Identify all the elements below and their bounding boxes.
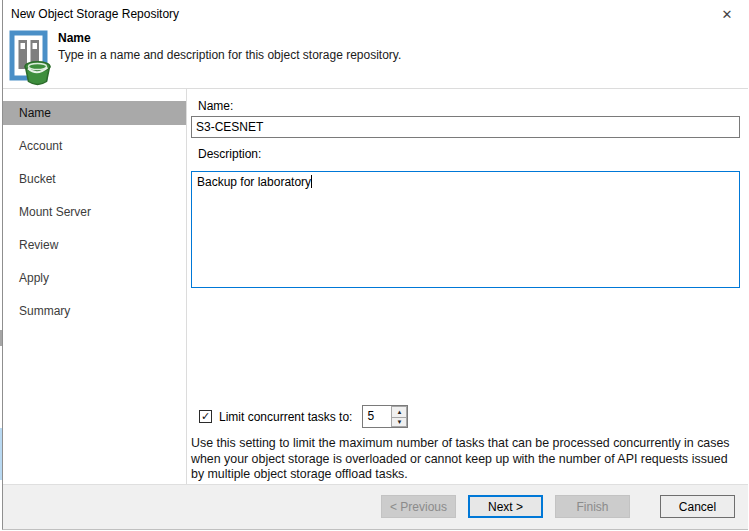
window-title: New Object Storage Repository [11,7,179,21]
spinner-up-button[interactable]: ▲ [391,406,407,417]
wizard-steps-sidebar: Name Account Bucket Mount Server Review … [3,89,187,484]
close-button[interactable]: ✕ [706,0,748,28]
sidebar-item-apply[interactable]: Apply [3,266,186,290]
cancel-button[interactable]: Cancel [660,495,735,518]
spinner-down-button[interactable]: ▼ [391,417,407,428]
limit-concurrent-tasks-label: Limit concurrent tasks to: [219,410,352,424]
limit-concurrent-tasks-checkbox[interactable]: ✓ [199,410,212,423]
description-field-label: Description: [198,147,740,161]
finish-button: Finish [555,495,630,518]
title-bar: New Object Storage Repository ✕ [3,0,748,28]
sidebar-item-name[interactable]: Name [3,101,186,125]
text-caret [311,175,312,188]
sidebar-item-account[interactable]: Account [3,134,186,158]
object-storage-repository-icon [9,30,53,86]
close-icon: ✕ [722,7,733,22]
sidebar-item-mount-server[interactable]: Mount Server [3,200,186,224]
limit-concurrent-tasks-row: ✓ Limit concurrent tasks to: 5 ▲ ▼ [191,405,740,428]
sidebar-item-bucket[interactable]: Bucket [3,167,186,191]
limit-help-text: Use this setting to limit the maximum nu… [191,436,740,483]
new-object-storage-repository-dialog: New Object Storage Repository ✕ Name Typ… [2,0,748,530]
name-input[interactable] [191,116,740,138]
wizard-footer: < Previous Next > Finish Cancel [3,484,748,529]
step-content: Name: Description: Backup for laboratory… [187,89,748,484]
spinner-buttons: ▲ ▼ [390,406,407,427]
name-field-label: Name: [198,99,740,113]
concurrent-tasks-spinner[interactable]: 5 ▲ ▼ [362,405,408,428]
chevron-up-icon: ▲ [396,409,402,415]
wizard-body: Name Account Bucket Mount Server Review … [3,89,748,484]
chevron-down-icon: ▼ [396,419,402,425]
next-button[interactable]: Next > [468,495,543,518]
sidebar-item-summary[interactable]: Summary [3,299,186,323]
sidebar-item-review[interactable]: Review [3,233,186,257]
concurrent-tasks-value[interactable]: 5 [363,406,390,427]
description-textarea[interactable]: Backup for laboratory [191,171,740,288]
step-description: Type in a name and description for this … [58,48,401,62]
wizard-header: Name Type in a name and description for … [3,28,748,89]
description-text: Backup for laboratory [197,175,311,189]
step-title: Name [58,31,91,45]
previous-button: < Previous [381,495,456,518]
check-icon: ✓ [201,411,210,422]
